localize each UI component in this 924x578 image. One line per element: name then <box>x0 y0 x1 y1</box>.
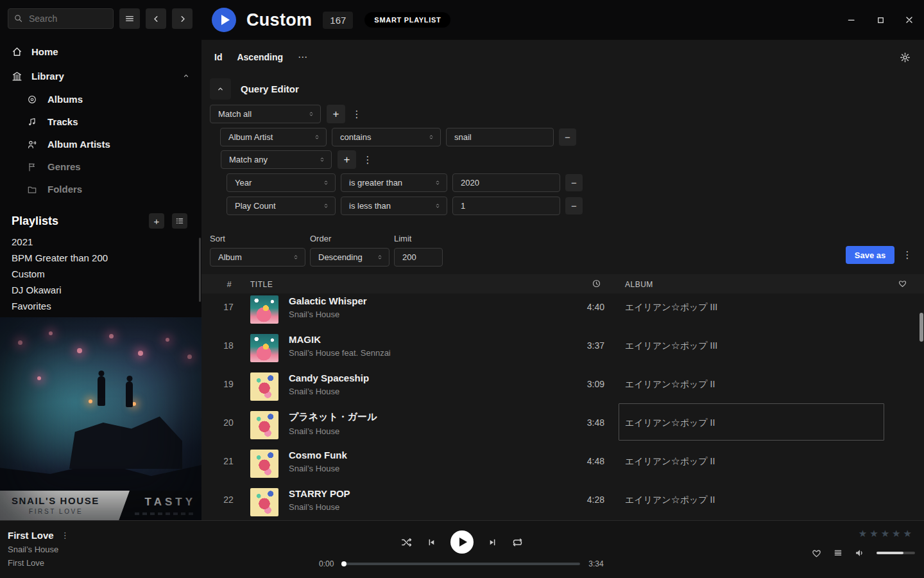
track-duration: 3:37 <box>554 340 604 351</box>
rule-operator-select[interactable]: contains <box>332 128 441 146</box>
rule-operator-select[interactable]: is greater than <box>341 173 447 192</box>
match-all-select[interactable]: Match all <box>210 105 321 123</box>
save-options-kebab-button[interactable]: ⋮ <box>902 246 913 264</box>
add-playlist-button[interactable]: + <box>149 213 164 229</box>
table-row[interactable]: 22 STARRY POPSnail’s House 4:28 エイリアン☆ポッ… <box>201 483 924 520</box>
save-as-button[interactable]: Save as <box>846 246 894 264</box>
search-input[interactable] <box>8 8 114 29</box>
column-title[interactable]: TITLE <box>250 280 273 289</box>
scrollbar-thumb[interactable] <box>920 313 923 342</box>
track-cover <box>250 334 278 362</box>
group-kebab-button[interactable]: ⋮ <box>362 150 373 169</box>
track-cover <box>250 372 278 401</box>
rule-field-select[interactable]: Play Count <box>227 197 336 215</box>
remove-rule-button[interactable]: − <box>565 197 583 215</box>
select-updown-icon <box>377 252 383 262</box>
limit-input[interactable] <box>394 248 443 267</box>
library-icon <box>12 71 22 82</box>
more-options-button[interactable]: ⋯ <box>298 51 308 63</box>
order-select[interactable]: Descending <box>310 248 389 267</box>
sort-direction-button[interactable]: Ascending <box>237 52 283 62</box>
playlist-item[interactable]: DJ Okawari <box>0 282 201 298</box>
queue-button[interactable] <box>833 548 843 558</box>
home-icon <box>12 46 22 57</box>
sort-toolbar: Id Ascending ⋯ <box>214 51 911 63</box>
track-duration: 3:48 <box>554 417 604 428</box>
page-title: Custom <box>246 10 312 30</box>
playlist-item[interactable]: Custom <box>0 266 201 282</box>
rule-operator-select[interactable]: is less than <box>341 197 447 215</box>
sidebar-item-home[interactable]: Home <box>0 39 201 64</box>
minimize-button[interactable] <box>846 15 857 25</box>
rule-value-input[interactable] <box>446 128 554 146</box>
artwork-title: FIRST LOVE <box>29 508 83 515</box>
play-playlist-button[interactable] <box>212 8 236 32</box>
sidebar-search-row <box>0 0 201 29</box>
add-rule-button[interactable]: + <box>327 105 345 123</box>
next-button[interactable] <box>488 538 497 547</box>
query-rule-row: Play Count is less than − <box>227 197 583 215</box>
rule-value-input[interactable] <box>452 173 560 192</box>
chevron-up-icon[interactable] <box>182 72 190 80</box>
playlist-item[interactable]: Favorites <box>0 298 201 314</box>
maximize-button[interactable] <box>875 15 886 25</box>
sidebar-item-album-artists[interactable]: Album Artists <box>0 133 201 155</box>
table-row[interactable]: 19 Candy SpaceshipSnail’s House 3:09 エイリ… <box>201 367 924 406</box>
sidebar-item-tracks[interactable]: Tracks <box>0 110 201 133</box>
sort-select[interactable]: Album <box>210 248 305 267</box>
track-artist: Snail’s House <box>289 387 369 396</box>
add-rule-button[interactable]: + <box>338 150 356 169</box>
star-rating[interactable]: ★★★★★ <box>859 528 914 539</box>
playlist-view-button[interactable] <box>172 213 187 229</box>
plus-icon: + <box>154 216 160 227</box>
total-time: 3:34 <box>588 559 603 568</box>
volume-icon[interactable] <box>854 547 866 559</box>
seek-slider[interactable] <box>342 563 580 565</box>
gear-icon[interactable] <box>900 52 911 63</box>
repeat-button[interactable] <box>511 536 524 548</box>
lantern-glow <box>89 399 92 403</box>
nav-back-button[interactable] <box>146 8 166 29</box>
table-row[interactable]: 17 Galactic WhisperSnail’s House 4:40 エイ… <box>201 290 924 329</box>
play-pause-button[interactable] <box>450 530 474 554</box>
heart-icon[interactable] <box>898 279 907 288</box>
shuffle-button[interactable] <box>400 536 413 548</box>
sidebar-item-folders[interactable]: Folders <box>0 178 201 200</box>
previous-button[interactable] <box>427 538 436 547</box>
collapse-query-editor-button[interactable] <box>210 78 231 100</box>
sidebar: Home Library Albums Tracks Album Artists <box>0 0 201 520</box>
close-button[interactable] <box>904 15 914 25</box>
table-row[interactable]: 20 プラネット・ガールSnail’s House 3:48 エイリアン☆ポップ… <box>201 406 924 444</box>
nav-forward-button[interactable] <box>172 8 193 29</box>
favorite-heart-button[interactable] <box>811 548 822 559</box>
group-kebab-button[interactable]: ⋮ <box>351 105 363 123</box>
match-any-select[interactable]: Match any <box>221 150 332 169</box>
remove-rule-button[interactable]: − <box>565 174 583 191</box>
now-playing-kebab-button[interactable]: ⋮ <box>61 530 69 540</box>
chevron-right-icon <box>178 14 187 24</box>
volume-slider[interactable] <box>877 552 915 554</box>
sidebar-item-genres[interactable]: Genres <box>0 155 201 178</box>
clock-icon[interactable] <box>592 279 601 288</box>
column-album[interactable]: ALBUM <box>625 280 653 289</box>
seek-thumb[interactable] <box>341 561 346 566</box>
playlist-item[interactable]: BPM Greater than 200 <box>0 250 201 266</box>
sidebar-item-albums[interactable]: Albums <box>0 88 201 110</box>
select-updown-icon <box>308 109 314 119</box>
column-number[interactable]: # <box>219 279 239 289</box>
playlists-list: 2021 BPM Greater than 200 Custom DJ Okaw… <box>0 234 201 314</box>
rule-value-input[interactable] <box>452 197 560 215</box>
playlist-item[interactable]: 2021 <box>0 234 201 250</box>
sidebar-scrollbar-thumb[interactable] <box>199 238 201 302</box>
sidebar-item-library[interactable]: Library <box>0 64 201 88</box>
rule-field-select[interactable]: Year <box>227 173 336 192</box>
remove-rule-button[interactable]: − <box>559 128 576 146</box>
main-body: Id Ascending ⋯ Query Editor Match all + … <box>201 40 924 520</box>
sidebar-item-label: Library <box>31 71 64 82</box>
rule-field-select[interactable]: Album Artist <box>220 128 327 146</box>
play-icon <box>221 15 230 25</box>
menu-button[interactable] <box>119 8 140 29</box>
table-row[interactable]: 18 MAGIKSnail’s House feat. Sennzai 3:37… <box>201 329 924 367</box>
sort-field-button[interactable]: Id <box>214 52 222 62</box>
table-row[interactable]: 21 Cosmo FunkSnail’s House 4:48 エイリアン☆ポッ… <box>201 444 924 483</box>
